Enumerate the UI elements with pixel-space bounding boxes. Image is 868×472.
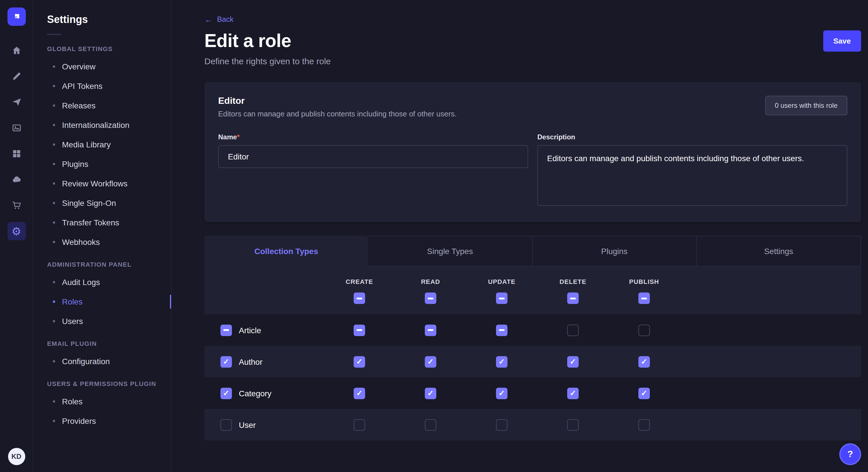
cloud-icon: [11, 174, 22, 185]
update-checkbox[interactable]: [496, 387, 507, 399]
update-checkbox[interactable]: [496, 324, 507, 336]
row-select-checkbox[interactable]: [220, 419, 232, 430]
select-all-read-checkbox[interactable]: [425, 293, 436, 304]
page-subtitle: Define the rights given to the role: [205, 56, 861, 66]
nav-item-media-library[interactable]: [7, 119, 26, 137]
delete-checkbox[interactable]: [567, 387, 579, 399]
create-checkbox[interactable]: [353, 387, 365, 399]
column-header-delete: DELETE: [559, 278, 586, 285]
sidebar-item-label: Media Library: [62, 140, 111, 149]
back-label: Back: [217, 15, 234, 24]
sidebar-item-internationalization[interactable]: Internationalization: [33, 115, 171, 135]
select-all-publish-checkbox[interactable]: [639, 293, 650, 304]
bullet-icon: [53, 163, 55, 165]
home-icon: [11, 45, 22, 56]
publish-checkbox[interactable]: [639, 356, 650, 367]
row-select-checkbox[interactable]: [220, 356, 232, 367]
create-checkbox[interactable]: [353, 419, 365, 430]
tab-collection-types[interactable]: Collection Types: [205, 236, 368, 267]
nav-item-deployments[interactable]: [7, 93, 26, 111]
description-field-label: Description: [537, 133, 847, 141]
sidebar-item-roles[interactable]: Roles: [33, 292, 171, 311]
read-checkbox[interactable]: [425, 356, 436, 367]
sidebar-item-transfer-tokens[interactable]: Transfer Tokens: [33, 213, 171, 232]
read-checkbox[interactable]: [425, 324, 436, 336]
create-checkbox[interactable]: [353, 324, 365, 336]
sidebar-item-overview[interactable]: Overview: [33, 57, 171, 76]
nav-item-home[interactable]: [7, 41, 26, 60]
sidebar-item-audit-logs[interactable]: Audit Logs: [33, 272, 171, 292]
sidebar-item-label: Plugins: [62, 160, 88, 169]
role-name-input[interactable]: [218, 145, 528, 168]
paper-plane-icon: [11, 97, 22, 107]
sidebar-item-single-sign-on[interactable]: Single Sign-On: [33, 193, 171, 213]
sidebar-item-label: Overview: [62, 62, 96, 71]
back-link[interactable]: ← Back: [205, 15, 234, 24]
publish-checkbox[interactable]: [639, 387, 650, 399]
publish-checkbox[interactable]: [639, 324, 650, 336]
sidebar-item-up-roles[interactable]: Roles: [33, 392, 171, 411]
bullet-icon: [53, 320, 55, 322]
row-select-checkbox[interactable]: [220, 324, 232, 336]
column-header-read: READ: [421, 278, 440, 285]
strapi-logo-icon: [11, 11, 22, 22]
permissions-tabs: Collection Types Single Types Plugins Se…: [205, 236, 861, 267]
sidebar-item-label: Roles: [62, 297, 83, 306]
name-field-label: Name*: [218, 133, 528, 141]
sidebar-item-label: Transfer Tokens: [62, 218, 119, 227]
sidebar-item-up-providers[interactable]: Providers: [33, 411, 171, 431]
bullet-icon: [53, 360, 55, 363]
update-checkbox[interactable]: [496, 356, 507, 367]
select-all-create-checkbox[interactable]: [353, 293, 365, 304]
strapi-logo[interactable]: [7, 7, 26, 26]
row-select-checkbox[interactable]: [220, 387, 232, 399]
required-asterisk: *: [237, 133, 239, 141]
sidebar-item-label: Providers: [62, 416, 96, 426]
create-checkbox[interactable]: [353, 356, 365, 367]
role-description-text: Editors can manage and publish contents …: [218, 109, 457, 118]
sidebar-item-media-library[interactable]: Media Library: [33, 135, 171, 154]
nav-item-content-manager[interactable]: [7, 67, 26, 86]
nav-item-content-type-builder[interactable]: [7, 144, 26, 163]
sidebar-item-configuration[interactable]: Configuration: [33, 351, 171, 371]
sidebar-item-review-workflows[interactable]: Review Workflows: [33, 174, 171, 193]
main-nav-rail: ⚙ KD: [0, 0, 33, 472]
sidebar-item-label: API Tokens: [62, 81, 102, 91]
select-all-delete-checkbox[interactable]: [567, 293, 579, 304]
permissions-card: Collection Types Single Types Plugins Se…: [205, 236, 861, 440]
nav-item-cloud[interactable]: [7, 170, 26, 189]
save-button[interactable]: Save: [823, 30, 861, 52]
sidebar-item-api-tokens[interactable]: API Tokens: [33, 76, 171, 96]
sidebar-item-users[interactable]: Users: [33, 311, 171, 331]
nav-item-marketplace[interactable]: [7, 196, 26, 214]
bullet-icon: [53, 202, 55, 204]
sidebar-item-label: Roles: [62, 397, 83, 406]
permissions-header-row: CREATE READ UPDATE DELETE PUBLISH: [205, 267, 861, 314]
role-description-textarea[interactable]: Editors can manage and publish contents …: [537, 145, 847, 206]
sidebar-item-label: Users: [62, 316, 83, 326]
sidebar-title: Settings: [33, 14, 171, 26]
delete-checkbox[interactable]: [567, 419, 579, 430]
shopping-cart-icon: [11, 200, 22, 210]
user-avatar[interactable]: KD: [8, 448, 25, 465]
users-with-role-badge[interactable]: 0 users with this role: [765, 96, 847, 115]
section-label-users-permissions-plugin: USERS & PERMISSIONS PLUGIN: [33, 371, 171, 392]
help-button[interactable]: ?: [839, 443, 861, 465]
tab-plugins[interactable]: Plugins: [532, 236, 697, 267]
sidebar-item-plugins[interactable]: Plugins: [33, 154, 171, 174]
read-checkbox[interactable]: [425, 419, 436, 430]
sidebar-item-webhooks[interactable]: Webhooks: [33, 232, 171, 252]
delete-checkbox[interactable]: [567, 356, 579, 367]
update-checkbox[interactable]: [496, 419, 507, 430]
select-all-update-checkbox[interactable]: [496, 293, 507, 304]
sidebar-item-releases[interactable]: Releases: [33, 96, 171, 115]
sidebar-item-label: Review Workflows: [62, 179, 127, 188]
read-checkbox[interactable]: [425, 387, 436, 399]
tab-single-types[interactable]: Single Types: [368, 236, 533, 267]
page-title: Edit a role: [205, 30, 291, 52]
delete-checkbox[interactable]: [567, 324, 579, 336]
role-details-card: Editor Editors can manage and publish co…: [205, 82, 861, 222]
publish-checkbox[interactable]: [639, 419, 650, 430]
tab-settings[interactable]: Settings: [697, 236, 861, 267]
nav-item-settings[interactable]: ⚙: [7, 222, 26, 240]
